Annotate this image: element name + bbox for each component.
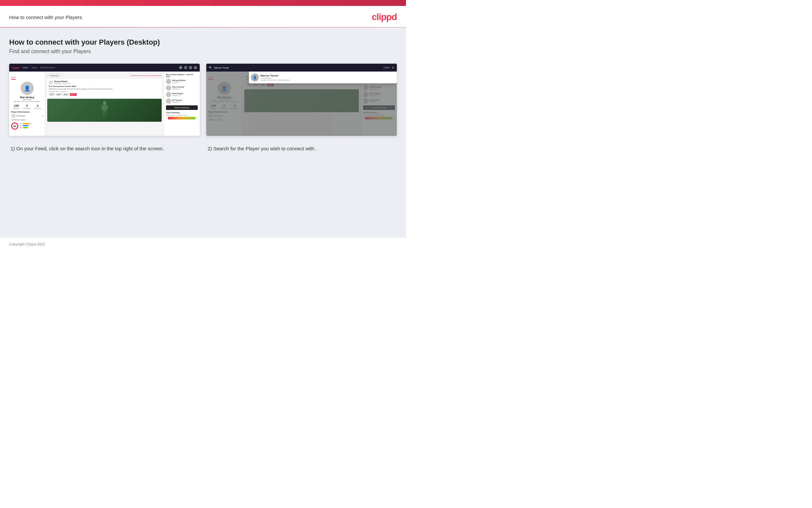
player-2-info: Piers Parnell Activities: 4 — [172, 86, 184, 90]
section-title: How to connect with your Players (Deskto… — [9, 38, 397, 47]
captions-row: 1) On your Feed, click on the search ico… — [9, 145, 397, 153]
search-result-avatar: 👤 — [251, 74, 259, 81]
top-bar — [0, 0, 406, 6]
mock-middle-panel: Following ▾ Control who can see your act… — [45, 72, 164, 136]
profile-stats: 129 Activities 3 Followers 4 Following — [11, 104, 43, 109]
heatmap-subtitle: Player Quality · 20 Round Trend — [166, 115, 198, 116]
followers-num: 3 — [23, 104, 30, 107]
app-bar-label: APP 70 — [20, 125, 43, 127]
mock-nav-1: clippd Home Teams My Performance 🔍 👤 ⚙ ● — [9, 64, 200, 72]
people-icon[interactable]: 👤 — [184, 66, 187, 69]
svg-rect-1 — [103, 105, 106, 111]
search-bar-icon: 🔍 — [209, 66, 212, 69]
activity-user-row: Richard Butler Yesterday · The Grove — [49, 80, 160, 84]
mock-nav-myperformance: My Performance — [40, 67, 55, 69]
profile-name: Blair McHarg — [11, 96, 43, 98]
mock-app-2: clippd Home Teams My Performance Feed 👤 … — [206, 64, 397, 136]
activity-avatar — [49, 80, 53, 84]
following-label: Following — [34, 107, 41, 109]
player-4-activities: Activities: 1 — [172, 101, 182, 103]
duration-value: 02 hr : 00 min — [55, 91, 65, 92]
search-result-info: Marcus Turner 1-5 Handicap Cypress Point… — [260, 74, 290, 81]
mock-nav-home: Home — [23, 67, 28, 69]
mock-main-1: Feed 👤 Blair McHarg Golf Coach Mill Ride… — [9, 72, 200, 136]
svg-rect-3 — [106, 105, 108, 110]
player-3-activities: Activities: 3 — [172, 94, 183, 96]
footer: Copyright Clippd 2022 — [0, 238, 406, 251]
following-btn[interactable]: Following ▾ — [47, 74, 61, 77]
following-stat: 4 Following — [34, 104, 41, 109]
heatmap-title: Team Heatmap — [166, 112, 198, 114]
golfer-image — [47, 99, 162, 122]
mock-logo-1: clippd — [12, 66, 20, 69]
activity-badges: OTT APP ARG PUTT — [49, 93, 160, 96]
control-link[interactable]: Control who can see your activity and da… — [131, 75, 162, 77]
score-section: 84 OTT 79 APP 70 ARG — [11, 122, 43, 130]
golfer-bg — [47, 99, 162, 122]
player-3-info: Hiral Pujara Activities: 3 — [172, 92, 183, 96]
activities-num: 129 — [13, 104, 20, 107]
player-list-item-4: Eli Vincent Activities: 1 — [166, 98, 198, 104]
player-avatar — [11, 114, 16, 118]
caption-2: 2) Search for the Player you wish to con… — [206, 145, 397, 153]
player-3-avatar — [166, 92, 171, 97]
copyright: Copyright Clippd 2022 — [9, 242, 45, 246]
search-bar: 🔍 Marcus Turner CLEAR ✕ — [206, 64, 397, 72]
player-4-info: Eli Vincent Activities: 1 — [172, 99, 182, 103]
heatmap-bar — [168, 117, 196, 120]
search-clear-btn[interactable]: CLEAR — [383, 67, 390, 69]
search-icon[interactable]: 🔍 — [179, 66, 182, 69]
duration: Duration 02 hr : 00 min — [49, 91, 160, 92]
mock-nav-icons: 🔍 👤 ⚙ ● — [179, 66, 197, 69]
main-content: How to connect with your Players (Deskto… — [0, 28, 406, 238]
search-avatar-icon: 👤 — [251, 74, 259, 81]
player-4-avatar — [166, 98, 171, 104]
heatmap-row: -5 +5 — [166, 117, 198, 120]
player-performance-label: Player Performance — [11, 111, 43, 113]
activity-desc: Walking the course with my coach to buil… — [49, 88, 160, 90]
activities-label: Activities — [13, 107, 20, 109]
quality-label: Total Player Quality — [11, 119, 43, 121]
player-1-info: Richard Butler Activities: 7 — [172, 79, 186, 83]
settings-icon[interactable]: ⚙ — [189, 66, 192, 69]
player-dropdown-icon[interactable]: ▾ — [42, 115, 43, 117]
player-list-item-2: Piers Parnell Activities: 4 — [166, 85, 198, 91]
svg-rect-5 — [105, 111, 106, 117]
player-row: Eli Vincent ▾ — [11, 114, 43, 118]
feed-tab: Feed — [11, 77, 16, 80]
profile-location: Mill Ride Golf Club, United Kingdom — [11, 100, 43, 102]
active-players-title: Most Active Players - Last 30 days — [166, 74, 198, 78]
mock-right-panel: Most Active Players - Last 30 days Richa… — [164, 72, 200, 136]
followers-label: Followers — [23, 107, 30, 109]
ott-bar-label: OTT 79 — [20, 123, 43, 125]
player-list-item-1: Richard Butler Activities: 7 — [166, 79, 198, 84]
heatmap-max: +5 — [196, 118, 198, 119]
player-name: Eli Vincent — [17, 115, 41, 117]
header-title: How to connect with your Players — [9, 14, 82, 20]
search-close-btn[interactable]: ✕ — [392, 66, 394, 70]
screenshots-row: clippd Home Teams My Performance 🔍 👤 ⚙ ● — [9, 64, 397, 136]
badge-putt: PUTT — [70, 93, 77, 96]
search-result-item[interactable]: 👤 Marcus Turner 1-5 Handicap Cypress Poi… — [251, 74, 395, 81]
activity-title: Pre Tournament Course Walk — [49, 85, 160, 87]
avatar-icon[interactable]: ● — [194, 66, 197, 69]
player-1-avatar — [166, 79, 171, 84]
badge-ott: OTT — [49, 93, 55, 96]
player-1-activities: Activities: 7 — [172, 81, 186, 83]
mock-left-panel: Feed 👤 Blair McHarg Golf Coach Mill Ride… — [9, 72, 45, 136]
mock-nav-teams: Teams — [32, 67, 37, 69]
player-2-avatar — [166, 85, 171, 91]
caption-1: 1) On your Feed, click on the search ico… — [9, 145, 200, 153]
golfer-silhouette-svg — [98, 100, 111, 120]
clippd-logo: clippd — [372, 12, 397, 22]
team-dashboard-btn[interactable]: Team Dashboard — [166, 105, 198, 110]
section-subtitle: Find and connect with your Players — [9, 49, 397, 54]
screenshot-1: clippd Home Teams My Performance 🔍 👤 ⚙ ● — [9, 64, 200, 136]
badge-arg: ARG — [63, 93, 69, 96]
duration-label: Duration — [49, 91, 55, 92]
player-2-activities: Activities: 4 — [172, 88, 184, 90]
header: How to connect with your Players clippd — [0, 6, 406, 27]
following-bar: Following ▾ Control who can see your act… — [47, 74, 162, 77]
following-num: 4 — [34, 104, 41, 107]
search-input[interactable]: Marcus Turner — [214, 67, 381, 69]
